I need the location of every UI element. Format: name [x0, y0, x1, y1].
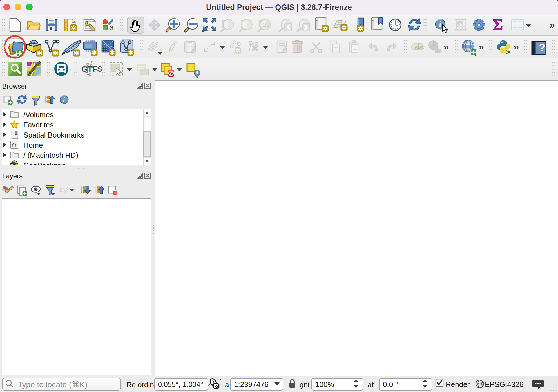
svg-text:»: »	[514, 41, 519, 52]
svg-text:»: »	[443, 41, 449, 52]
svg-text:?: ?	[539, 42, 545, 54]
svg-text:»: »	[479, 41, 484, 52]
svg-text:>: >	[506, 48, 510, 56]
svg-text:ε: ε	[59, 184, 63, 193]
svg-text:i: i	[63, 96, 65, 103]
svg-text:Σ: Σ	[493, 16, 503, 33]
svg-text:abc: abc	[414, 43, 425, 50]
svg-text:GTFS: GTFS	[81, 65, 102, 73]
svg-text:a: a	[109, 22, 114, 32]
svg-text:1:1: 1:1	[262, 22, 269, 28]
svg-text:»: »	[550, 19, 555, 30]
svg-text:i: i	[439, 20, 441, 28]
